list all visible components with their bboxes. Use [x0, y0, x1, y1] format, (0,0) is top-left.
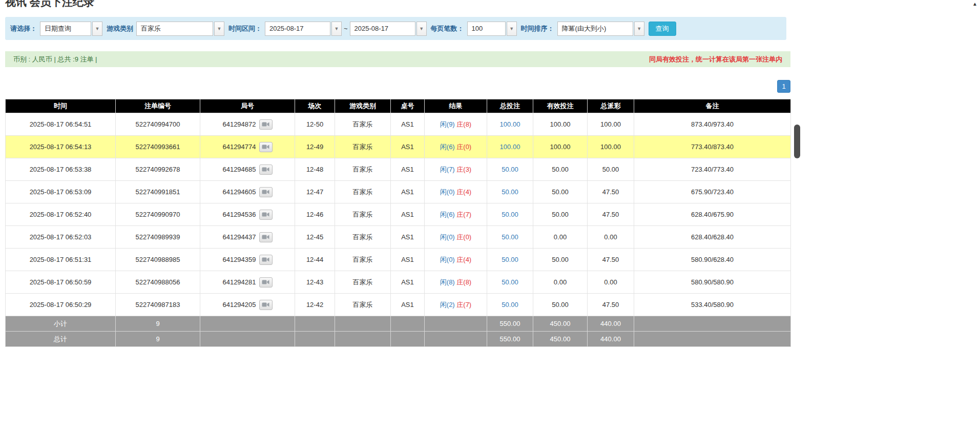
total-bet-link[interactable]: 50.00: [502, 301, 518, 308]
result-banker: 庄(4): [456, 256, 471, 263]
page-size-value[interactable]: 100: [467, 22, 506, 36]
total-bet-link[interactable]: 50.00: [502, 278, 518, 286]
footer-cell: 550.00: [487, 316, 533, 332]
cell-result: 闲(2) 庄(7): [425, 294, 487, 316]
cell-game-type: 百家乐: [335, 113, 391, 136]
cell-session: 12-44: [295, 249, 335, 271]
date-from-value[interactable]: 2025-08-17: [265, 22, 330, 36]
round-id-text: 641294605: [222, 188, 256, 196]
table-row: 2025-08-17 06:53:38522740992678641294685…: [6, 158, 791, 181]
total-bet-link[interactable]: 100.00: [500, 143, 520, 151]
cell-payout: 47.50: [588, 249, 634, 271]
total-bet-link[interactable]: 50.00: [502, 256, 518, 263]
cell-game-type: 百家乐: [335, 181, 391, 203]
footer-cell: 450.00: [533, 316, 588, 332]
video-replay-icon[interactable]: [259, 300, 273, 310]
footer-cell: 440.00: [588, 332, 634, 347]
result-banker: 庄(8): [456, 120, 471, 128]
page-size-select[interactable]: 100 ▼: [467, 22, 517, 36]
date-to-value[interactable]: 2025-08-17: [350, 22, 415, 36]
table-row: 2025-08-17 06:53:09522740991851641294605…: [6, 181, 791, 203]
cell-round-id: 641294437: [200, 226, 295, 249]
footer-cell: [335, 332, 391, 347]
table-footer: 小计9550.00450.00440.00总计9550.00450.00440.…: [6, 316, 791, 347]
cell-table-no: AS1: [391, 136, 425, 158]
table-row: 2025-08-17 06:50:29522740987183641294205…: [6, 294, 791, 316]
date-from-select[interactable]: 2025-08-17 ▼: [265, 22, 342, 36]
chevron-down-icon[interactable]: ▼: [331, 22, 342, 36]
result-banker: 庄(8): [456, 278, 471, 286]
page-title: 视讯 会员下注纪录: [5, 0, 94, 9]
cell-time: 2025-08-17 06:50:29: [6, 294, 116, 316]
total-bet-link[interactable]: 50.00: [502, 166, 518, 173]
sort-value[interactable]: 降冪(由大到小): [557, 22, 633, 36]
cell-session: 12-46: [295, 203, 335, 226]
video-replay-icon[interactable]: [259, 255, 273, 265]
scrollbar-thumb[interactable]: [794, 125, 800, 158]
result-player: 闲(8): [440, 278, 455, 286]
total-bet-link[interactable]: 50.00: [502, 188, 518, 196]
cell-valid-bet: 0.00: [533, 271, 588, 294]
column-header: 局号: [200, 99, 295, 113]
cell-bet-id: 522740993661: [116, 136, 200, 158]
cell-valid-bet: 0.00: [533, 226, 588, 249]
video-replay-icon[interactable]: [259, 119, 273, 130]
table-row: 2025-08-17 06:50:59522740988056641294281…: [6, 271, 791, 294]
column-header: 桌号: [391, 99, 425, 113]
chevron-down-icon[interactable]: ▼: [634, 22, 644, 36]
table-header-row: 时间注单编号局号场次游戏类别桌号结果总投注有效投注总派彩备注: [6, 99, 791, 113]
cell-total-bet: 50.00: [487, 181, 533, 203]
round-id-text: 641294774: [222, 143, 256, 151]
video-replay-icon[interactable]: [259, 232, 273, 242]
total-bet-link[interactable]: 50.00: [502, 211, 518, 218]
game-type-label: 游戏类别: [107, 24, 133, 33]
cell-payout: 0.00: [588, 226, 634, 249]
cell-result: 闲(0) 庄(0): [425, 226, 487, 249]
video-replay-icon[interactable]: [259, 164, 273, 175]
cell-session: 12-42: [295, 294, 335, 316]
cell-session: 12-48: [295, 158, 335, 181]
cell-total-bet: 100.00: [487, 113, 533, 136]
chevron-down-icon[interactable]: ▼: [507, 22, 517, 36]
result-player: 闲(0): [440, 256, 455, 263]
cell-round-id: 641294774: [200, 136, 295, 158]
date-to-select[interactable]: 2025-08-17 ▼: [350, 22, 427, 36]
subtotal-row: 小计9550.00450.00440.00: [6, 316, 791, 332]
query-type-value[interactable]: 日期查询: [40, 22, 91, 36]
total-bet-link[interactable]: 50.00: [502, 233, 518, 241]
chevron-down-icon[interactable]: ▼: [92, 22, 102, 36]
cell-bet-id: 522740991851: [116, 181, 200, 203]
table-body: 2025-08-17 06:54:51522740994700641294872…: [6, 113, 791, 316]
cell-time: 2025-08-17 06:53:09: [6, 181, 116, 203]
video-replay-icon[interactable]: [259, 142, 273, 152]
video-replay-icon[interactable]: [259, 277, 273, 287]
game-type-value[interactable]: 百家乐: [136, 22, 213, 36]
cell-result: 闲(7) 庄(3): [425, 158, 487, 181]
scrollbar-up-arrow-icon[interactable]: ▲: [971, 1, 979, 7]
cell-result: 闲(8) 庄(8): [425, 271, 487, 294]
chevron-down-icon[interactable]: ▼: [416, 22, 427, 36]
bets-table: 时间注单编号局号场次游戏类别桌号结果总投注有效投注总派彩备注 2025-08-1…: [5, 99, 791, 347]
video-replay-icon[interactable]: [259, 210, 273, 220]
total-bet-link[interactable]: 100.00: [500, 120, 520, 128]
search-button[interactable]: 查询: [649, 22, 676, 36]
cell-remark: 580.90/580.90: [634, 271, 791, 294]
column-header: 有效投注: [533, 99, 588, 113]
result-player: 闲(0): [440, 233, 455, 241]
sort-select[interactable]: 降冪(由大到小) ▼: [557, 22, 644, 36]
video-replay-icon[interactable]: [259, 187, 273, 197]
cell-time: 2025-08-17 06:52:40: [6, 203, 116, 226]
result-banker: 庄(0): [456, 143, 471, 151]
summary-text: 币别 : 人民币 | 总共 :9 注单 |: [13, 55, 97, 64]
query-type-select[interactable]: 日期查询 ▼: [40, 22, 102, 36]
chevron-down-icon[interactable]: ▼: [214, 22, 224, 36]
cell-total-bet: 50.00: [487, 226, 533, 249]
sort-label: 时间排序：: [521, 24, 554, 33]
table-row: 2025-08-17 06:54:51522740994700641294872…: [6, 113, 791, 136]
cell-bet-id: 522740990970: [116, 203, 200, 226]
page-size-label: 每页笔数：: [431, 24, 464, 33]
game-type-select[interactable]: 百家乐 ▼: [136, 22, 224, 36]
cell-payout: 0.00: [588, 271, 634, 294]
cell-session: 12-49: [295, 136, 335, 158]
page-1-button[interactable]: 1: [777, 80, 790, 93]
